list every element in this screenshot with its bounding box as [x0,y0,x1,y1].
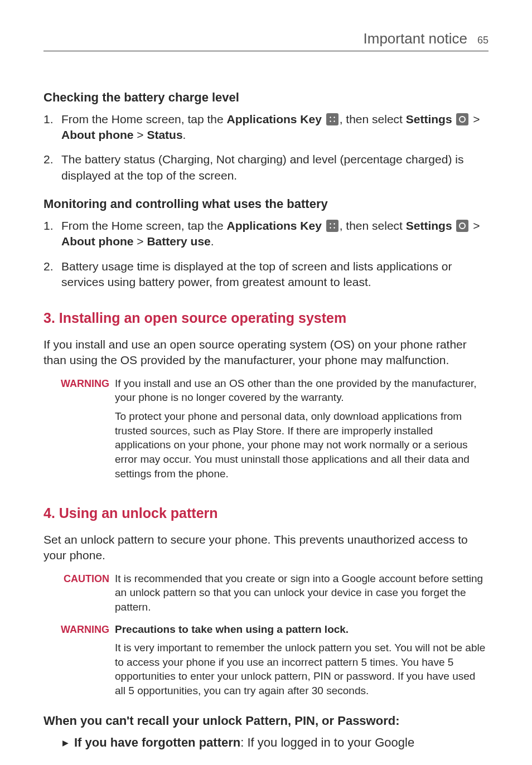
about-phone-label: About phone [61,128,133,141]
monitor-list: 1. From the Home screen, tap the Applica… [43,218,489,290]
text-fragment: > [133,235,147,248]
subhead-recall: When you can't recall your unlock Patter… [43,713,489,729]
warning-paragraph: If you install and use an OS other than … [115,376,489,405]
text-fragment: From the Home screen, tap the [61,219,226,232]
status-label: Status [147,128,182,141]
subhead-monitoring: Monitoring and controlling what uses the… [43,196,489,212]
text-fragment: > [133,128,147,141]
text-fragment: , then select [340,219,406,232]
applications-key-icon [326,113,338,125]
subhead-checking: Checking the battery charge level [43,89,489,106]
warning-block-2: WARNING Precautions to take when using a… [56,622,489,703]
heading-section-3: 3. Installing an open source operating s… [43,309,489,328]
settings-label: Settings [406,113,452,125]
page-header: Important notice 65 [43,29,489,51]
warning-label: WARNING [56,622,109,703]
svg-point-2 [460,223,465,229]
text-fragment: From the Home screen, tap the [61,113,226,125]
triangle-bullet-icon: ▶ [62,734,69,751]
about-phone-label: About phone [61,235,133,248]
heading-section-4: 4. Using an unlock pattern [43,504,489,523]
applications-key-icon [326,220,338,232]
list-number: 2. [43,152,57,183]
caution-block: CAUTION It is recommended that you creat… [56,572,489,619]
list-number: 2. [43,259,57,290]
text-fragment: . [183,128,186,141]
warning-text: Precautions to take when using a pattern… [115,622,489,703]
svg-point-1 [462,118,463,120]
applications-key-label: Applications Key [226,113,321,125]
warning-block: WARNING If you install and use an OS oth… [56,376,489,485]
header-section-title: Important notice [364,29,467,49]
check-item-1: 1. From the Home screen, tap the Applica… [43,112,489,143]
caution-label: CAUTION [56,572,109,619]
monitor-item-2: 2. Battery usage time is displayed at th… [43,259,489,290]
list-body: The battery status (Charging, Not chargi… [61,152,489,183]
header-page-number: 65 [477,33,489,47]
svg-point-0 [460,117,465,122]
bullet-bold: If you have forgotten pattern [74,735,240,749]
forgotten-pattern-bullet: ▶ If you have forgotten pattern: If you … [43,734,489,751]
page: Important notice 65 Checking the battery… [0,0,532,765]
battery-use-label: Battery use [147,235,210,248]
section3-intro: If you install and use an open source op… [43,337,489,369]
warning-paragraph: It is very important to remember the unl… [115,641,489,698]
settings-gear-icon [456,220,468,232]
check-list: 1. From the Home screen, tap the Applica… [43,112,489,183]
warning-label: WARNING [56,376,109,485]
text-fragment: . [211,235,214,248]
warning-paragraph: To protect your phone and personal data,… [115,409,489,481]
caution-text: It is recommended that you create or sig… [115,572,489,619]
bullet-rest: : If you logged in to your Google [240,735,414,749]
text-fragment: , then select [340,113,406,125]
text-fragment: > [470,113,480,125]
check-item-2: 2. The battery status (Charging, Not cha… [43,152,489,183]
list-number: 1. [43,218,57,250]
list-body: From the Home screen, tap the Applicatio… [61,218,489,250]
svg-point-3 [462,225,463,226]
text-fragment: > [470,219,480,232]
warning-paragraph: Precautions to take when using a pattern… [115,622,489,637]
list-number: 1. [43,112,57,143]
warning-bold-lead: Precautions to take when using a pattern… [115,623,349,635]
monitor-item-1: 1. From the Home screen, tap the Applica… [43,218,489,250]
list-body: Battery usage time is displayed at the t… [61,259,489,290]
applications-key-label: Applications Key [226,219,321,232]
settings-gear-icon [456,113,468,125]
list-body: From the Home screen, tap the Applicatio… [61,112,489,143]
section4-intro: Set an unlock pattern to secure your pho… [43,532,489,564]
bullet-body: If you have forgotten pattern: If you lo… [74,734,414,751]
warning-text: If you install and use an OS other than … [115,376,489,485]
settings-label: Settings [406,219,452,232]
caution-paragraph: It is recommended that you create or sig… [115,572,489,614]
